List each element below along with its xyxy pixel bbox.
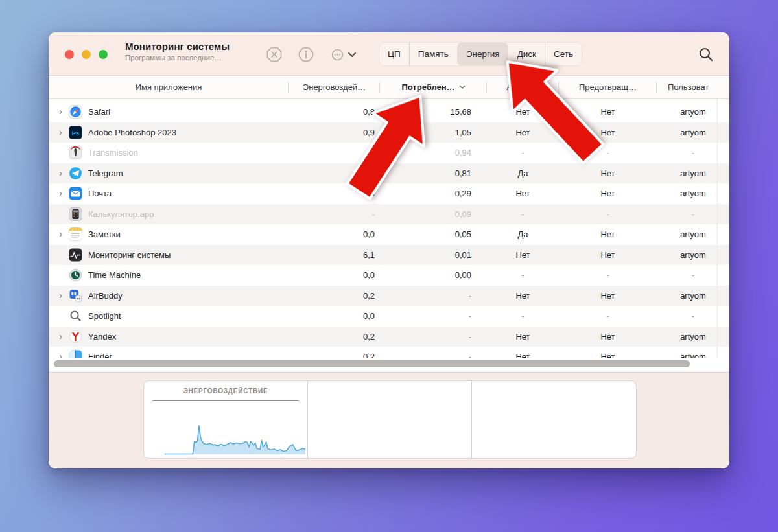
column-header-label: Имя приложения	[136, 82, 202, 92]
energy-impact-chart-title: ЭНЕРГОВОЗДЕЙСТВИЕ	[152, 387, 299, 401]
notes-app-icon	[69, 227, 82, 241]
activity-app-icon	[69, 248, 82, 262]
table-row[interactable]: ›Time Machine0,00,00---	[49, 265, 729, 286]
quit-process-icon[interactable]	[266, 46, 283, 63]
table-row[interactable]: ›PsAdobe Photoshop 20230,91,05НетНетarty…	[49, 122, 729, 143]
table-row[interactable]: ›Мониторинг системы6,10,01НетНетartyom	[49, 245, 729, 266]
user-value: -	[657, 148, 729, 157]
power-value: 0,05	[380, 229, 487, 239]
energy-value: -	[289, 148, 380, 157]
energy-impact-chart-cell: ЭНЕРГОВОЗДЕЙСТВИЕ	[144, 381, 308, 458]
column-header-user[interactable]: Пользоват	[657, 76, 729, 98]
appnap-value: Нет	[487, 291, 559, 301]
energy-value: 0,0	[289, 270, 380, 280]
window-title: Мониторинг системы	[125, 41, 230, 52]
mail-app-icon	[69, 187, 82, 200]
appnap-value: Нет	[487, 250, 559, 260]
app-name-cell: ›Time Machine	[49, 268, 289, 282]
table-row[interactable]: ›Spotlight0,0----	[49, 306, 729, 327]
sleep-value: Нет	[559, 189, 657, 198]
sleep-value: Нет	[559, 332, 657, 341]
column-header-sleep[interactable]: Предотвращ…	[559, 76, 657, 98]
bottom-stats-panel: ЭНЕРГОВОЗДЕЙСТВИЕ	[49, 372, 729, 468]
energy-value: 0,2	[289, 332, 380, 341]
safari-app-icon	[69, 105, 82, 119]
calculator-app-icon	[69, 207, 82, 221]
energy-value: 0,6	[289, 189, 380, 198]
close-window-button[interactable]	[65, 50, 74, 59]
sleep-value: Нет	[559, 229, 657, 239]
column-header-label: Потреблен…	[401, 82, 454, 92]
appnap-value: Нет	[487, 352, 559, 358]
power-value: 0,01	[380, 250, 487, 260]
horizontal-scrollbar-thumb[interactable]	[54, 360, 690, 367]
tab-Память[interactable]: Память	[409, 43, 457, 65]
table-row[interactable]: ›Safari0,815,68НетНетartyom	[49, 102, 729, 122]
table-row[interactable]: ›Telegram0,10,81ДаНетartyom	[49, 163, 729, 184]
table-row[interactable]: ›Заметки0,00,05ДаНетartyom	[49, 224, 729, 245]
user-value: artyom	[657, 352, 729, 358]
minimize-window-button[interactable]	[82, 50, 91, 59]
table-row[interactable]: ›Калькулятор.app-0,09---	[49, 204, 729, 225]
power-value: -	[380, 291, 487, 301]
inspect-info-icon[interactable]	[298, 46, 314, 63]
user-value: artyom	[657, 168, 729, 178]
user-value: artyom	[657, 189, 729, 198]
appnap-value: Нет	[487, 128, 559, 137]
app-name-cell: ›Telegram	[49, 167, 289, 180]
app-name-label: Spotlight	[88, 311, 121, 321]
table-row[interactable]: ›AirBuddy0,2-НетНетartyom	[49, 286, 729, 306]
app-name-cell: ›Finder	[49, 350, 289, 358]
more-options-chevron-icon[interactable]	[348, 52, 357, 58]
disclosure-chevron-icon[interactable]: ›	[59, 168, 69, 178]
desktop-background: Мониторинг системы Программы за последни…	[0, 0, 778, 532]
appnap-value: Нет	[487, 332, 559, 341]
sleep-value: Нет	[559, 291, 657, 301]
sleep-value: -	[559, 270, 657, 280]
column-header-energy[interactable]: Энерговоздей…	[289, 76, 380, 98]
timemachine-app-icon	[69, 268, 82, 282]
view-segmented-control: ЦППамятьЭнергияДискСеть	[379, 42, 582, 66]
sleep-value: Нет	[559, 352, 657, 358]
tab-Сеть[interactable]: Сеть	[545, 43, 582, 65]
table-row[interactable]: ›Yandex0,2-НетНетartyom	[49, 327, 729, 347]
appnap-value: -	[487, 311, 559, 321]
column-header-power[interactable]: Потреблен…	[380, 76, 487, 98]
energy-impact-chart	[144, 418, 307, 458]
power-value: 1,05	[380, 128, 487, 137]
sleep-value: Нет	[559, 107, 657, 117]
search-icon[interactable]	[698, 47, 714, 62]
more-options-icon[interactable]	[331, 49, 344, 61]
disclosure-chevron-icon[interactable]: ›	[59, 106, 69, 116]
app-name-label: Safari	[88, 107, 110, 117]
tab-ЦП[interactable]: ЦП	[379, 43, 409, 65]
disclosure-chevron-icon[interactable]: ›	[59, 229, 69, 238]
table-row[interactable]: ›Почта0,60,29НетНетartyom	[49, 183, 729, 204]
column-header-label: Энерговоздей…	[303, 82, 366, 92]
tab-Энергия[interactable]: Энергия	[457, 43, 508, 65]
app-name-label: Калькулятор.app	[88, 209, 154, 219]
sleep-value: Нет	[559, 250, 657, 260]
disclosure-chevron-icon[interactable]: ›	[59, 188, 69, 198]
disclosure-chevron-icon[interactable]: ›	[59, 127, 69, 137]
horizontal-scrollbar-track	[49, 358, 729, 372]
power-value: 0,94	[380, 148, 487, 157]
column-header-name[interactable]: Имя приложения	[49, 76, 289, 98]
table-row[interactable]: ›Finder0,2-НетНетartyom	[49, 347, 729, 358]
table-row[interactable]: ›Transmission-0,94---	[49, 143, 729, 163]
disclosure-chevron-icon[interactable]: ›	[59, 351, 69, 358]
tab-Диск[interactable]: Диск	[508, 43, 545, 65]
app-name-cell: ›Yandex	[49, 330, 289, 343]
power-value: -	[380, 352, 487, 358]
sort-descending-chevron-icon	[459, 85, 466, 89]
disclosure-chevron-icon[interactable]: ›	[59, 331, 69, 341]
app-name-cell: ›Почта	[49, 187, 289, 200]
photoshop-app-icon: Ps	[69, 126, 82, 139]
column-header-appnap[interactable]: App Nap	[487, 76, 559, 98]
disclosure-chevron-icon[interactable]: ›	[59, 290, 69, 300]
app-name-cell: ›AirBuddy	[49, 289, 289, 303]
app-name-cell: ›Spotlight	[49, 309, 289, 323]
zoom-window-button[interactable]	[99, 50, 108, 59]
stats-box: ЭНЕРГОВОЗДЕЙСТВИЕ	[143, 380, 637, 459]
power-value: -	[380, 311, 487, 321]
